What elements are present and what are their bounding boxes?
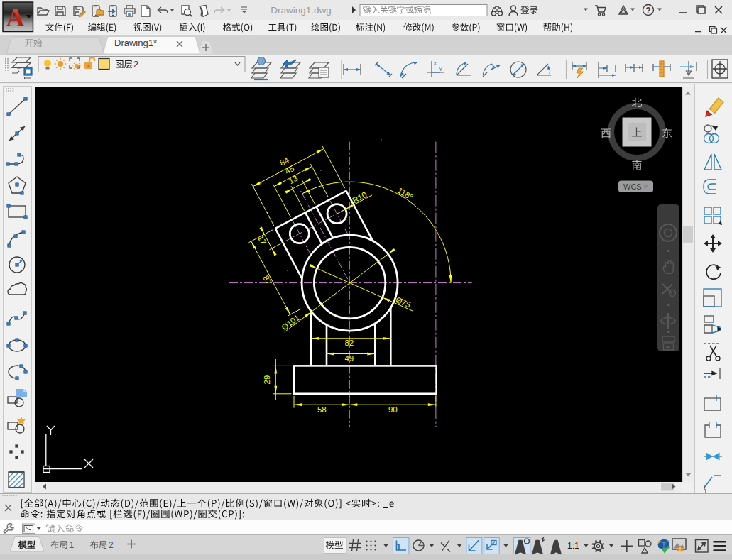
svg-text:49: 49	[344, 354, 354, 363]
svg-text:Y: Y	[439, 66, 443, 72]
svg-text:2: 2	[109, 540, 114, 550]
svg-text:!: !	[679, 546, 681, 552]
svg-text:A: A	[6, 4, 25, 32]
svg-text:1: 1	[70, 540, 75, 550]
svg-text:WCS: WCS	[623, 182, 642, 191]
svg-text:Ø75: Ø75	[394, 295, 412, 309]
svg-text:29: 29	[263, 375, 271, 385]
svg-text:82: 82	[344, 339, 354, 347]
svg-text:X: X	[433, 60, 437, 67]
svg-text:Drawing1.dwg: Drawing1.dwg	[271, 5, 332, 16]
svg-text:87: 87	[261, 274, 273, 286]
svg-text:58: 58	[317, 405, 327, 414]
svg-text:90: 90	[388, 405, 398, 414]
svg-text:?: ?	[645, 6, 650, 16]
svg-text:13: 13	[287, 174, 299, 186]
svg-text:118°: 118°	[396, 186, 415, 202]
svg-text:Ø101: Ø101	[280, 313, 301, 332]
svg-text:R10: R10	[351, 190, 368, 205]
svg-text:Drawing1*: Drawing1*	[114, 38, 157, 48]
svg-text:2: 2	[133, 60, 138, 70]
svg-text:1:1: 1:1	[567, 541, 579, 551]
svg-text:17: 17	[256, 234, 268, 246]
